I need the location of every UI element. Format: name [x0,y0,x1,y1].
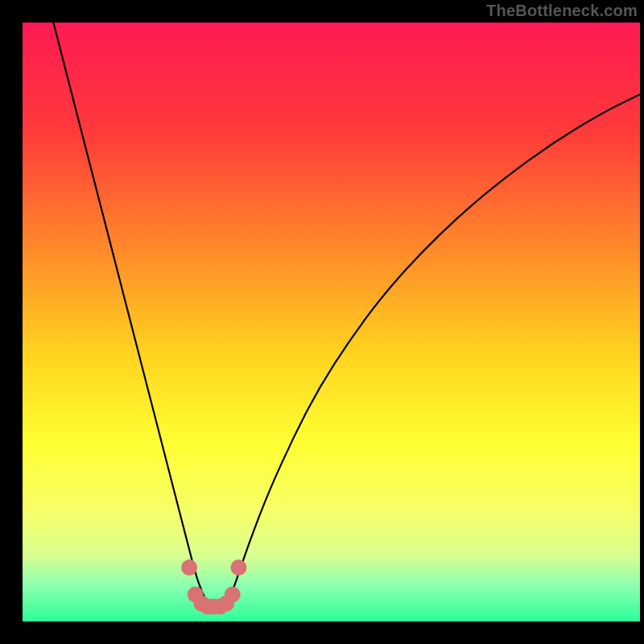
bottleneck-plot [0,0,644,644]
sweet-spot-marker [225,587,241,603]
sweet-spot-marker [181,559,197,576]
plot-background [23,23,640,621]
sweet-spot-marker [230,559,246,576]
chart-frame: TheBottleneck.com [0,0,644,644]
attribution-text: TheBottleneck.com [486,2,638,20]
